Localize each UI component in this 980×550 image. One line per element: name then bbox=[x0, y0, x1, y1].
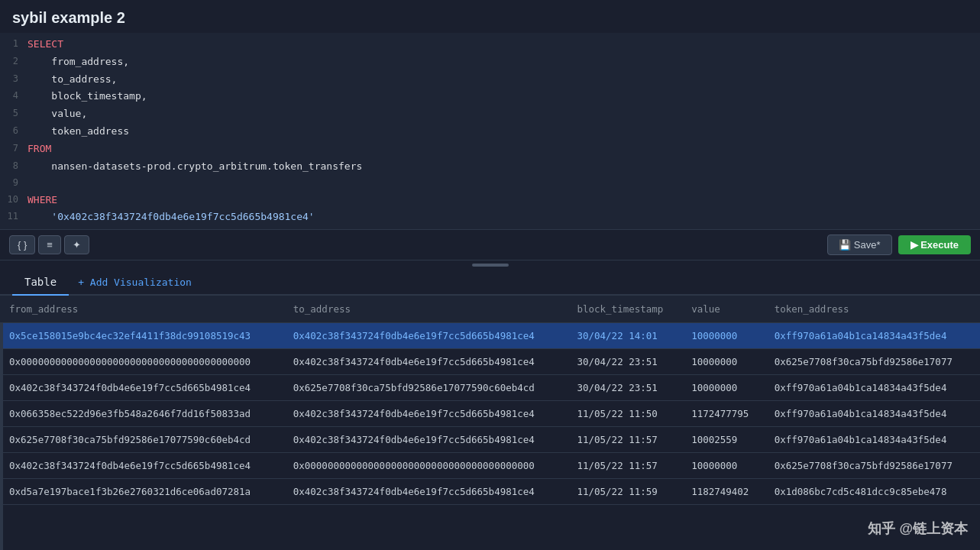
cell-block-timestamp: 11/05/22 11:57 bbox=[568, 453, 682, 479]
table-container[interactable]: from_address to_address block_timestamp … bbox=[0, 296, 980, 550]
page-header: sybil example 2 bbox=[0, 0, 980, 33]
line-content: '0x402c38f343724f0db4e6e19f7cc5d665b4981… bbox=[27, 209, 315, 225]
table-row[interactable]: 0x402c38f343724f0db4e6e19f7cc5d665b4981c… bbox=[0, 453, 980, 479]
code-line: 8 nansen-datasets-prod.crypto_arbitrum.t… bbox=[0, 158, 980, 176]
table-row[interactable]: 0x066358ec522d96e3fb548a2646f7dd16f50833… bbox=[0, 401, 980, 427]
line-number: 10 bbox=[0, 192, 27, 207]
cell-from-address: 0x066358ec522d96e3fb548a2646f7dd16f50833… bbox=[0, 401, 284, 427]
line-number: 4 bbox=[0, 89, 27, 103]
line-content: to_address, bbox=[27, 72, 117, 88]
line-content: value, bbox=[27, 106, 87, 122]
code-line: 6 token_address bbox=[0, 123, 980, 141]
code-line: 2 from_address, bbox=[0, 53, 980, 71]
code-line: 1SELECT bbox=[0, 36, 980, 53]
table-row[interactable]: 0xd5a7e197bace1f3b26e2760321d6ce06ad0728… bbox=[0, 479, 980, 505]
cell-token-address: 0xff970a61a04b1ca14834a43f5de4 bbox=[765, 375, 980, 401]
cell-value: 10000000 bbox=[682, 323, 765, 349]
line-content: WHERE bbox=[27, 192, 57, 209]
execute-button[interactable]: ▶ Execute bbox=[898, 235, 971, 254]
results-table: from_address to_address block_timestamp … bbox=[0, 296, 980, 505]
line-content: SELECT bbox=[27, 37, 63, 53]
line-number: 1 bbox=[0, 37, 27, 51]
star-btn[interactable]: ✦ bbox=[64, 235, 89, 254]
cell-token-address: 0x625e7708f30ca75bfd92586e17077 bbox=[765, 349, 980, 375]
line-number: 9 bbox=[0, 176, 27, 190]
cell-to-address: 0x00000000000000000000000000000000000000… bbox=[284, 453, 568, 479]
cell-token-address: 0xff970a61a04b1ca14834a43f5de4 bbox=[765, 427, 980, 453]
table-row[interactable]: 0x402c38f343724f0db4e6e19f7cc5d665b4981c… bbox=[0, 375, 980, 401]
drag-handle[interactable] bbox=[0, 260, 980, 270]
cell-from-address: 0x5ce158015e9bc4ec32ef4411f38dc99108519c… bbox=[0, 323, 284, 349]
cell-to-address: 0x625e7708f30ca75bfd92586e17077590c60eb4… bbox=[284, 375, 568, 401]
cell-value: 10000000 bbox=[682, 375, 765, 401]
cell-from-address: 0x402c38f343724f0db4e6e19f7cc5d665b4981c… bbox=[0, 375, 284, 401]
json-btn[interactable]: { } bbox=[9, 235, 35, 254]
cell-to-address: 0x402c38f343724f0db4e6e19f7cc5d665b4981c… bbox=[284, 401, 568, 427]
cell-value: 1182749402 bbox=[682, 479, 765, 505]
cell-block-timestamp: 11/05/22 11:59 bbox=[568, 479, 682, 505]
table-row[interactable]: 0x00000000000000000000000000000000000000… bbox=[0, 349, 980, 375]
col-to-address: to_address bbox=[284, 296, 568, 323]
cell-block-timestamp: 30/04/22 14:01 bbox=[568, 323, 682, 349]
cell-from-address: 0x402c38f343724f0db4e6e19f7cc5d665b4981c… bbox=[0, 453, 284, 479]
cell-block-timestamp: 11/05/22 11:50 bbox=[568, 401, 682, 427]
cell-token-address: 0xff970a61a04b1ca14834a43f5de4 bbox=[765, 323, 980, 349]
code-line: 11 '0x402c38f343724f0db4e6e19f7cc5d665b4… bbox=[0, 209, 980, 226]
col-block-timestamp: block_timestamp bbox=[568, 296, 682, 323]
page-title: sybil example 2 bbox=[12, 9, 125, 26]
table-row[interactable]: 0x625e7708f30ca75bfd92586e17077590c60eb4… bbox=[0, 427, 980, 453]
toolbar: { } ≡ ✦ 💾 Save* ▶ Execute bbox=[0, 230, 980, 260]
save-button[interactable]: 💾 Save* bbox=[827, 235, 891, 255]
line-number: 7 bbox=[0, 141, 27, 156]
line-number: 11 bbox=[0, 209, 27, 224]
cell-block-timestamp: 30/04/22 23:51 bbox=[568, 375, 682, 401]
cell-block-timestamp: 30/04/22 23:51 bbox=[568, 349, 682, 375]
cell-to-address: 0x402c38f343724f0db4e6e19f7cc5d665b4981c… bbox=[284, 427, 568, 453]
code-editor[interactable]: 1SELECT2 from_address,3 to_address,4 blo… bbox=[0, 33, 980, 230]
code-line: 7FROM bbox=[0, 141, 980, 158]
cell-token-address: 0xff970a61a04b1ca14834a43f5de4 bbox=[765, 401, 980, 427]
table-header: from_address to_address block_timestamp … bbox=[0, 296, 980, 323]
line-number: 2 bbox=[0, 54, 27, 69]
cell-to-address: 0x402c38f343724f0db4e6e19f7cc5d665b4981c… bbox=[284, 349, 568, 375]
tab-table[interactable]: Table bbox=[12, 270, 69, 296]
col-from-address: from_address bbox=[0, 296, 284, 323]
cell-from-address: 0x00000000000000000000000000000000000000… bbox=[0, 349, 284, 375]
code-line: 5 value, bbox=[0, 105, 980, 123]
cell-block-timestamp: 11/05/22 11:57 bbox=[568, 427, 682, 453]
cell-token-address: 0x1d086bc7cd5c481dcc9c85ebe478 bbox=[765, 479, 980, 505]
cell-value: 10000000 bbox=[682, 453, 765, 479]
add-visualization-button[interactable]: + Add Visualization bbox=[69, 270, 201, 294]
cell-value: 1172477795 bbox=[682, 401, 765, 427]
drag-bar bbox=[472, 264, 509, 267]
line-number: 3 bbox=[0, 72, 27, 86]
left-edge-indicator bbox=[0, 296, 3, 550]
cell-to-address: 0x402c38f343724f0db4e6e19f7cc5d665b4981c… bbox=[284, 323, 568, 349]
cell-token-address: 0x625e7708f30ca75bfd92586e17077 bbox=[765, 453, 980, 479]
cell-from-address: 0xd5a7e197bace1f3b26e2760321d6ce06ad0728… bbox=[0, 479, 284, 505]
cell-value: 10000000 bbox=[682, 349, 765, 375]
toolbar-left: { } ≡ ✦ bbox=[9, 235, 89, 254]
table-body: 0x5ce158015e9bc4ec32ef4411f38dc99108519c… bbox=[0, 323, 980, 505]
cell-to-address: 0x402c38f343724f0db4e6e19f7cc5d665b4981c… bbox=[284, 479, 568, 505]
code-line: 3 to_address, bbox=[0, 71, 980, 89]
cell-from-address: 0x625e7708f30ca75bfd92586e17077590c60eb4… bbox=[0, 427, 284, 453]
tabs-bar: Table + Add Visualization bbox=[0, 270, 980, 296]
list-btn[interactable]: ≡ bbox=[38, 235, 61, 254]
header-row: from_address to_address block_timestamp … bbox=[0, 296, 980, 323]
line-content: nansen-datasets-prod.crypto_arbitrum.tok… bbox=[27, 159, 362, 175]
col-value: value bbox=[682, 296, 765, 323]
code-line: 10WHERE bbox=[0, 192, 980, 209]
line-content: token_address bbox=[27, 124, 129, 140]
code-line: 4 block_timestamp, bbox=[0, 88, 980, 105]
line-number: 5 bbox=[0, 106, 27, 121]
results-area: Table + Add Visualization from_address t… bbox=[0, 270, 980, 550]
table-row[interactable]: 0x5ce158015e9bc4ec32ef4411f38dc99108519c… bbox=[0, 323, 980, 349]
line-number: 8 bbox=[0, 159, 27, 173]
line-content: from_address, bbox=[27, 54, 129, 70]
line-content: block_timestamp, bbox=[27, 89, 147, 105]
line-content: FROM bbox=[27, 141, 51, 157]
line-number: 6 bbox=[0, 124, 27, 138]
col-token-address: token_address bbox=[765, 296, 980, 323]
cell-value: 10002559 bbox=[682, 427, 765, 453]
